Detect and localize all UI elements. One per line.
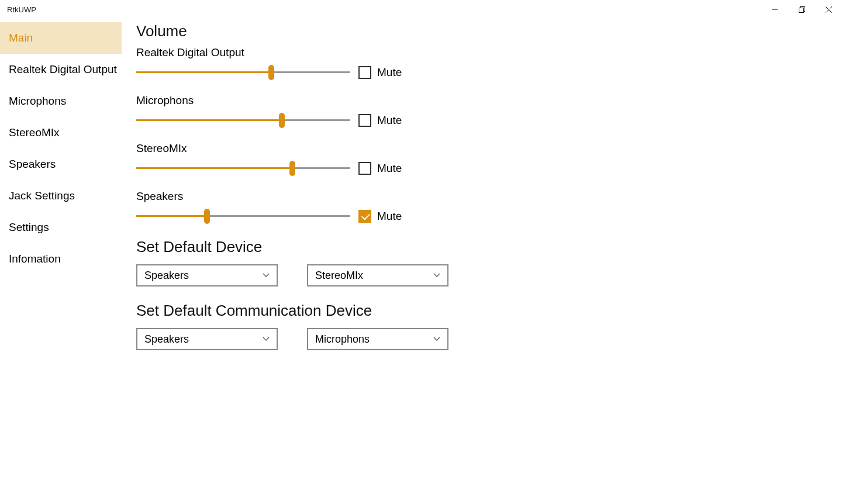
window-controls [761,0,842,19]
comm-input-value: Microphons [315,333,370,346]
volume-row: Mute [136,64,842,81]
sidebar-item-label: Jack Settings [9,189,75,202]
mute-label: Mute [377,162,402,175]
volume-slider[interactable] [136,112,350,129]
volume-group: Realtek Digital OutputMute [136,46,842,81]
volume-row: Mute [136,208,842,225]
volume-row: Mute [136,112,842,129]
chevron-down-icon [263,336,270,343]
sidebar-item-label: Speakers [9,158,56,171]
default-input-select[interactable]: StereoMIx [307,264,448,286]
sidebar-item[interactable]: StereoMIx [0,117,122,149]
window-title: RtkUWP [7,5,761,14]
maximize-button[interactable] [788,0,815,19]
mute-checkbox[interactable] [358,66,371,79]
volume-row: Mute [136,160,842,177]
volume-label: Microphons [136,94,842,107]
default-input-value: StereoMIx [315,270,363,282]
titlebar: RtkUWP [0,0,842,19]
sidebar-item-label: Realtek Digital Output [9,63,117,76]
mute-label: Mute [377,114,402,127]
chevron-down-icon [433,336,440,343]
sidebar-item-label: Infomation [9,253,61,265]
chevron-down-icon [263,272,270,279]
volume-slider[interactable] [136,208,350,225]
volume-label: StereoMIx [136,142,842,155]
sidebar-item-label: StereoMIx [9,126,60,139]
default-comm-row: Speakers Microphons [136,328,842,350]
default-output-select[interactable]: Speakers [136,264,278,286]
volume-label: Speakers [136,190,842,203]
chevron-down-icon [433,272,440,279]
sidebar: MainRealtek Digital OutputMicrophonsSter… [0,19,122,504]
mute-checkbox[interactable] [358,162,371,175]
comm-output-select[interactable]: Speakers [136,328,278,350]
volume-slider[interactable] [136,64,350,81]
volume-label: Realtek Digital Output [136,46,842,59]
close-button[interactable] [815,0,842,19]
sidebar-item[interactable]: Realtek Digital Output [0,54,122,85]
volume-group: MicrophonsMute [136,94,842,129]
svg-rect-2 [799,8,803,12]
default-comm-heading: Set Default Communication Device [136,302,842,320]
sidebar-item[interactable]: Main [0,22,122,54]
mute-label: Mute [377,210,402,223]
volume-slider[interactable] [136,160,350,177]
sidebar-item[interactable]: Infomation [0,243,122,275]
default-output-value: Speakers [144,270,189,282]
sidebar-item-label: Microphons [9,95,66,108]
mute-label: Mute [377,66,402,79]
sidebar-item[interactable]: Jack Settings [0,180,122,212]
sidebar-item[interactable]: Settings [0,212,122,243]
sidebar-item-label: Main [9,32,33,44]
volume-heading: Volume [136,22,842,40]
volume-list: Realtek Digital OutputMuteMicrophonsMute… [136,46,842,225]
mute-checkbox[interactable] [358,210,371,223]
sidebar-item-label: Settings [9,221,49,234]
mute-checkbox[interactable] [358,114,371,127]
sidebar-item[interactable]: Speakers [0,149,122,180]
main-panel: Volume Realtek Digital OutputMuteMicroph… [122,19,842,504]
default-device-heading: Set Default Device [136,238,842,256]
sidebar-item[interactable]: Microphons [0,85,122,117]
default-device-row: Speakers StereoMIx [136,264,842,286]
minimize-button[interactable] [761,0,788,19]
comm-input-select[interactable]: Microphons [307,328,448,350]
volume-group: SpeakersMute [136,190,842,225]
volume-group: StereoMIxMute [136,142,842,177]
comm-output-value: Speakers [144,333,189,346]
